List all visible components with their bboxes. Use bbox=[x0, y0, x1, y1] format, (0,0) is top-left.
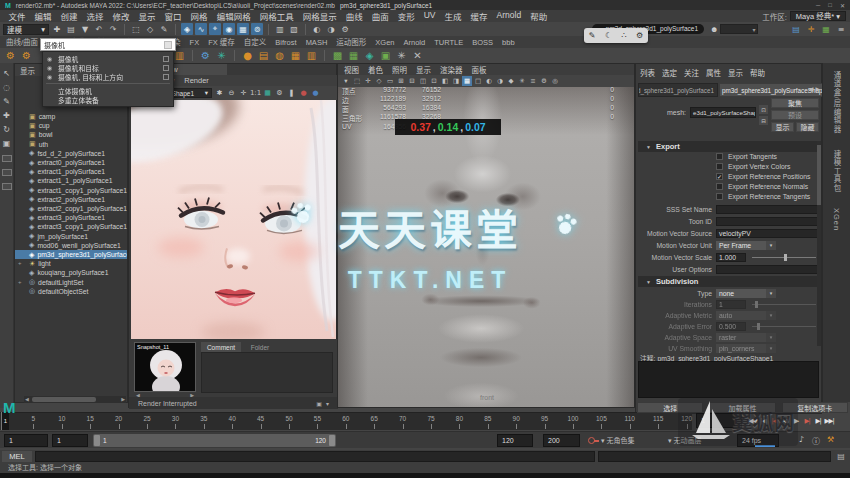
snap-grid-icon[interactable]: ◈ bbox=[181, 23, 193, 35]
tab-polysurface[interactable]: pm3d_sphere3d1_polySurface1 bbox=[638, 83, 718, 97]
camera-menu-item-多重立体装备[interactable]: 多重立体装备 bbox=[43, 95, 173, 104]
outliner-item-kouqiang_polySurface1[interactable]: ◈kouqiang_polySurface1 bbox=[15, 268, 128, 277]
ae-menu-选定[interactable]: 选定 bbox=[662, 67, 677, 78]
snap-point-icon[interactable]: ⌖ bbox=[209, 23, 221, 35]
lasso-tool-icon[interactable]: ◌ bbox=[3, 83, 10, 92]
chevron-down-icon[interactable]: ▾ bbox=[766, 333, 776, 342]
tab-scroll-arrows[interactable]: ◀▶ bbox=[809, 85, 820, 92]
wand-icon[interactable]: ✎ bbox=[589, 31, 596, 40]
menu-显示[interactable]: 显示 bbox=[134, 10, 160, 22]
menu-set-dropdown[interactable]: 建模▾ bbox=[3, 24, 49, 35]
shelf-box-icon[interactable]: ▦ bbox=[289, 49, 302, 62]
side-tab-通道盒/层编辑器[interactable]: 通道盒/层编辑器 bbox=[831, 71, 842, 134]
outliner-item-extract1_1_polySurface1[interactable]: ◈extract1_1_polySurface1 bbox=[15, 176, 128, 185]
outliner-item-extract1_polySurface1[interactable]: ◈extract1_polySurface1 bbox=[15, 167, 128, 176]
menu-创建[interactable]: 创建 bbox=[56, 10, 82, 22]
show-button[interactable]: 显示 bbox=[771, 122, 794, 132]
save-scene-icon[interactable]: ▼ bbox=[79, 23, 91, 35]
time-slider[interactable]: 5101520253035404550556065707580859095100… bbox=[0, 412, 692, 430]
expand-icon[interactable]: + bbox=[18, 260, 22, 266]
close-button[interactable]: ✕ bbox=[840, 2, 845, 9]
animation-end-field[interactable]: 200 bbox=[543, 434, 580, 447]
subdivision-section-header[interactable]: ▼ Subdivision bbox=[638, 276, 819, 287]
layout-single-button[interactable] bbox=[2, 155, 12, 162]
set-key-icon[interactable] bbox=[588, 437, 595, 444]
outliner-item-extract3_copy1_polySurface1[interactable]: ◈extract3_copy1_polySurface1 bbox=[15, 222, 128, 231]
shelf-rows-icon[interactable]: ▥ bbox=[305, 49, 318, 62]
red-channel-icon[interactable]: ● bbox=[298, 88, 309, 99]
select-hierarchy-icon[interactable]: ⬚ bbox=[130, 23, 142, 35]
ae-menu-列表[interactable]: 列表 bbox=[640, 67, 655, 78]
menu-缓存[interactable]: 缓存 bbox=[466, 10, 492, 22]
shelf-teal-cube-icon[interactable]: ◈ bbox=[363, 49, 376, 62]
chevron-down-icon[interactable]: ▾ bbox=[766, 241, 776, 250]
render-settings-icon[interactable]: ⚙ bbox=[339, 23, 351, 35]
anim-layer-dropdown[interactable]: ▾ 无动画层 bbox=[668, 435, 701, 445]
shelf-gear-blue-icon[interactable]: ⚙ bbox=[199, 49, 212, 62]
outliner-menu-display[interactable]: 显示 bbox=[20, 65, 35, 75]
animation-start-field[interactable]: 1 bbox=[4, 434, 48, 447]
shelf-gear-b-icon[interactable]: ⚙ bbox=[20, 49, 33, 62]
menu-UV[interactable]: UV bbox=[419, 10, 440, 22]
chevron-down-icon[interactable]: ▾ bbox=[326, 400, 329, 407]
shelf-green-c-icon[interactable]: ▣ bbox=[379, 49, 392, 62]
UV Smoothing-select[interactable]: pin_corners bbox=[716, 344, 766, 353]
outliner-item-extract2_polySurface1[interactable]: ◈extract2_polySurface1 bbox=[15, 195, 128, 204]
tab-polysurface-shape[interactable]: pm3d_sphere3d1_polySurfaceShape1 bbox=[719, 83, 823, 97]
search-input[interactable]: 摄像机 bbox=[40, 38, 176, 51]
SSS Set Name-field[interactable] bbox=[716, 205, 818, 214]
shelf-disc-icon[interactable]: ◍ bbox=[273, 49, 286, 62]
outliner-item-pm3d_sphere3d1_polySurface1[interactable]: ◈pm3d_sphere3d1_polySurface1 bbox=[15, 250, 128, 259]
scroll-left-icon[interactable]: ◀ bbox=[25, 396, 29, 402]
preferences-icon[interactable]: ⚒ bbox=[827, 435, 834, 444]
layout-split-button[interactable] bbox=[2, 183, 12, 190]
go-to-end-button[interactable]: ▶▶| bbox=[824, 415, 834, 427]
outliner-item-cup[interactable]: ▣cup bbox=[15, 121, 128, 130]
scroll-right-icon[interactable]: ▶ bbox=[121, 396, 125, 402]
shelf-tab-Bifrost[interactable]: Bifrost bbox=[271, 37, 300, 48]
info-icon[interactable]: ⓘ bbox=[812, 435, 820, 446]
side-tab-建模工具包[interactable]: 建模工具包 bbox=[831, 150, 842, 193]
character-set-dropdown[interactable]: ▾ 无角色集 bbox=[601, 435, 634, 445]
options-gear-icon[interactable]: ⚙ bbox=[274, 88, 285, 99]
outliner-item-extract3_polySurface1[interactable]: ◈extract3_polySurface1 bbox=[15, 213, 128, 222]
shelf-tab-FX 缓存[interactable]: FX 缓存 bbox=[204, 35, 239, 48]
blue-channel-icon[interactable]: ● bbox=[310, 88, 321, 99]
slider-track[interactable] bbox=[752, 304, 816, 305]
Motion Vector Unit-select[interactable]: Per Frame bbox=[716, 241, 766, 250]
snap-surface-icon[interactable]: ▦ bbox=[237, 23, 249, 35]
script-editor-icon[interactable]: ▤ bbox=[834, 452, 848, 461]
shelf-star-teal-icon[interactable]: ✳ bbox=[215, 49, 228, 62]
outliner-hscrollbar[interactable]: ◀ ▶ bbox=[24, 396, 126, 403]
menu-变形[interactable]: 变形 bbox=[393, 10, 419, 22]
ipr-render-icon[interactable]: ◑ bbox=[325, 23, 337, 35]
layout-four-pane-button[interactable] bbox=[2, 169, 12, 176]
ae-button-加载属性[interactable]: 加载属性 bbox=[709, 402, 775, 413]
checkbox[interactable] bbox=[716, 183, 723, 190]
outliner-item-uth[interactable]: ▣uth bbox=[15, 140, 128, 149]
menu-网格工具[interactable]: 网格工具 bbox=[255, 10, 298, 22]
notes-textarea[interactable] bbox=[638, 361, 819, 398]
shelf-tab-运动图形[interactable]: 运动图形 bbox=[332, 35, 370, 48]
ae-menu-显示[interactable]: 显示 bbox=[728, 67, 743, 78]
shelf-tab-BOSS[interactable]: BOSS bbox=[468, 37, 497, 48]
shelf-x-icon[interactable]: ✕ bbox=[411, 49, 424, 62]
slider-track[interactable] bbox=[752, 326, 816, 327]
outliner-item-light[interactable]: +☀light bbox=[15, 259, 128, 268]
shelf-gear-a-icon[interactable]: ⚙ bbox=[4, 49, 17, 62]
shelf-tab-XGen[interactable]: XGen bbox=[371, 37, 398, 48]
workspace-dropdown[interactable]: Maya 经典* ▾ bbox=[790, 11, 846, 21]
outliner-item-mod06_wenli_polySurface1[interactable]: ◈mod06_wenli_polySurface1 bbox=[15, 241, 128, 250]
history-icon[interactable]: ▥ bbox=[274, 23, 286, 35]
range-end-handle[interactable] bbox=[329, 435, 335, 446]
chevron-down-icon[interactable]: ▾ bbox=[766, 344, 776, 353]
outliner-item-camp[interactable]: ▣camp bbox=[15, 112, 128, 121]
open-scene-icon[interactable]: ▤ bbox=[65, 23, 77, 35]
outliner-item-defaultObjectSet[interactable]: ◎defaultObjectSet bbox=[15, 287, 128, 296]
menu-Arnold[interactable]: Arnold bbox=[492, 10, 526, 22]
snap-curve-icon[interactable]: ∿ bbox=[195, 23, 207, 35]
step-back-frame-button[interactable]: |◀ bbox=[758, 415, 768, 427]
option-box-checkbox[interactable] bbox=[163, 74, 169, 80]
step-forward-key-button[interactable]: ▶| bbox=[802, 415, 812, 427]
persp-layout-icon[interactable]: ✛ bbox=[805, 23, 817, 35]
